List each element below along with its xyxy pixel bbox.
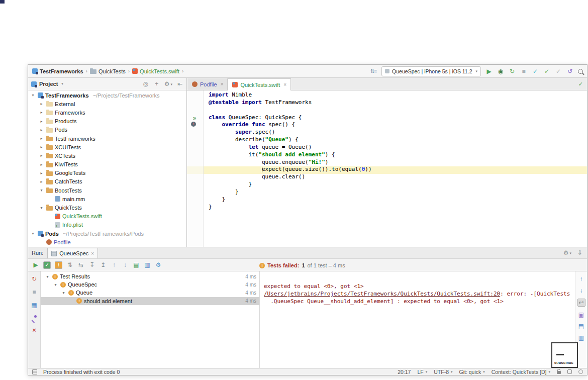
project-tree-item-quicktests[interactable]: ▾QuickTests: [28, 203, 186, 212]
breadcrumb-item-testframeworks[interactable]: TestFrameworks: [32, 68, 83, 74]
test-output-console[interactable]: expected to equal <0>, got <1>/Users/jet…: [259, 271, 575, 369]
project-tree-item-products[interactable]: ▸Products: [28, 117, 186, 126]
chevron-down-icon[interactable]: ▾: [61, 82, 63, 86]
indexing-widget-icon[interactable]: [567, 369, 572, 374]
structure-sort-icon[interactable]: ⇅≡: [370, 68, 377, 75]
tree-arrow-icon[interactable]: ▸: [39, 171, 44, 175]
project-tree-item-kiwitests[interactable]: ▸KiwiTests: [28, 160, 186, 169]
commit-button[interactable]: ✓: [543, 68, 550, 75]
show-passed-toggle[interactable]: ✓: [43, 261, 51, 269]
editor-tab-podfile[interactable]: Podfile×: [188, 78, 228, 90]
tree-arrow-icon[interactable]: ▾: [45, 274, 50, 279]
test-tree-item-test-results[interactable]: ▾!Test Results4 ms: [41, 272, 259, 280]
test-tree-item-should-add-element[interactable]: !should add element4 ms: [41, 297, 259, 305]
tree-arrow-icon[interactable]: ▸: [39, 153, 44, 158]
tree-arrow-icon[interactable]: ▸: [39, 119, 44, 124]
tree-arrow-icon[interactable]: ▸: [39, 102, 44, 106]
search-everywhere-button[interactable]: [578, 69, 583, 74]
rollback-button[interactable]: ↺: [566, 68, 573, 75]
file-link[interactable]: /Users/jetbrains/Projects/TestFrameworks…: [264, 291, 500, 297]
hide-panel-icon[interactable]: ⇤: [176, 80, 183, 87]
collapse-all-icon[interactable]: +: [153, 80, 160, 87]
subscribe-overlay[interactable]: SUBSCRIBE: [551, 342, 578, 368]
breadcrumb-item-quicktests[interactable]: QuickTests: [90, 68, 126, 74]
sort-alphabetically-icon[interactable]: ⇅: [66, 261, 73, 268]
project-tree-item-pods[interactable]: ▸Pods: [28, 126, 186, 134]
test-tree-item-queuespec[interactable]: ▾!QueueSpec4 ms: [41, 280, 259, 289]
close-tab-icon[interactable]: ×: [91, 251, 94, 256]
status-widget-lf[interactable]: LF▾: [417, 369, 427, 375]
project-tree-item-podfile[interactable]: Podfile: [28, 238, 186, 246]
clear-all-icon[interactable]: ▥: [578, 334, 585, 341]
collapse-all-icon[interactable]: ↥: [100, 261, 107, 268]
restore-layout-icon[interactable]: ▦: [31, 302, 38, 309]
test-history-icon[interactable]: ▥: [144, 261, 151, 268]
editor-tab-quicktests-swift[interactable]: QuickTests.swift×: [228, 78, 291, 90]
tree-arrow-icon[interactable]: ▾: [39, 188, 44, 193]
next-failed-test-icon[interactable]: ↓: [122, 261, 129, 268]
diff-button[interactable]: ✓: [555, 68, 562, 75]
test-options-icon[interactable]: ⚙: [155, 261, 162, 268]
tree-arrow-icon[interactable]: ▾: [30, 231, 36, 236]
update-project-button[interactable]: ✓: [532, 68, 539, 75]
project-tree-item-testframeworks[interactable]: ▾TestFrameworks~/Projects/TestFrameworks: [28, 91, 186, 100]
locate-icon[interactable]: ◎: [142, 80, 149, 87]
tree-arrow-icon[interactable]: ▸: [39, 110, 44, 115]
status-widget-20-17[interactable]: 20:17: [398, 369, 411, 375]
run-test-class-icon[interactable]: »: [191, 115, 198, 122]
tree-arrow-icon[interactable]: ▸: [39, 128, 44, 132]
status-widget-context-quicktests-d[interactable]: Context: QuickTests [D]▾: [492, 369, 550, 375]
stop-icon[interactable]: ■: [31, 289, 38, 296]
failed-test-marker-icon[interactable]: !: [191, 122, 196, 127]
settings-icon[interactable]: ⚙▾: [563, 249, 571, 256]
show-failed-toggle[interactable]: !: [55, 261, 62, 269]
tree-arrow-icon[interactable]: ▸: [39, 179, 44, 184]
tree-arrow-icon[interactable]: ▾: [39, 206, 44, 210]
tree-arrow-icon[interactable]: ▸: [39, 162, 44, 167]
up-stack-trace-icon[interactable]: ↑: [578, 275, 585, 282]
project-tree-item-info-plist[interactable]: Info.plist: [28, 221, 186, 229]
rerun-button[interactable]: ▶: [32, 261, 39, 268]
previous-failed-test-icon[interactable]: ↑: [111, 261, 118, 268]
tree-arrow-icon[interactable]: ▸: [39, 145, 44, 149]
lock-icon[interactable]: [557, 371, 561, 374]
settings-icon[interactable]: ⚙▾: [164, 80, 172, 87]
status-widget-git-quick[interactable]: Git: quick▾: [459, 369, 485, 375]
project-tree-item-testframeworks[interactable]: ▸TestFrameworks: [28, 134, 186, 143]
expand-all-icon[interactable]: ↧: [88, 261, 95, 268]
project-tree-item-main-mm[interactable]: main.mm: [28, 195, 186, 203]
status-widget-utf-8[interactable]: UTF-8▾: [434, 369, 452, 375]
run-tab-queuespec[interactable]: QueueSpec ×: [47, 248, 98, 258]
run-button[interactable]: ▶: [485, 68, 493, 75]
breadcrumb-item-quicktests-swift[interactable]: QuickTests.swift: [132, 68, 179, 74]
inspection-status-icon[interactable]: ✓: [578, 81, 583, 87]
project-tree-item-catchtests[interactable]: ▸CatchTests: [28, 177, 186, 186]
close-icon[interactable]: ×: [31, 326, 38, 333]
scroll-to-end-icon[interactable]: ▣: [578, 311, 585, 318]
coverage-button[interactable]: ↻: [509, 68, 516, 75]
debug-button[interactable]: ◉: [497, 68, 504, 75]
stop-button[interactable]: ■: [520, 68, 527, 75]
down-stack-trace-icon[interactable]: ↓: [578, 287, 585, 294]
project-tree-item-boosttests[interactable]: ▾BoostTests: [28, 186, 186, 195]
tree-arrow-icon[interactable]: ▾: [61, 291, 66, 295]
tree-arrow-icon[interactable]: ▾: [53, 282, 58, 287]
import-test-results-icon[interactable]: ▤: [133, 261, 140, 268]
tree-arrow-icon[interactable]: ▸: [39, 136, 44, 141]
project-tree-item-frameworks[interactable]: ▸Frameworks: [28, 108, 186, 117]
pin-tab-icon[interactable]: [32, 315, 37, 320]
close-tab-icon[interactable]: ×: [221, 81, 224, 87]
project-tree-item-external[interactable]: ▸External: [28, 100, 186, 108]
project-tree-item-xctests[interactable]: ▸XCTests: [28, 151, 186, 160]
soft-wrap-icon[interactable]: ↩: [577, 299, 585, 307]
close-tab-icon[interactable]: ×: [283, 82, 286, 87]
project-tree-item-pods[interactable]: ▾Pods~/Projects/TestFrameworks/Pods: [28, 229, 186, 238]
project-tree-item-quicktests-swift[interactable]: QuickTests.swift: [28, 212, 186, 221]
toolwindow-switcher-icon[interactable]: [32, 369, 37, 374]
rerun-icon[interactable]: ↻: [31, 275, 38, 282]
hide-panel-icon[interactable]: ⇩: [576, 249, 583, 256]
tree-arrow-icon[interactable]: ▾: [30, 93, 36, 98]
notifications-icon[interactable]: [578, 369, 583, 374]
test-tree-item-queue[interactable]: ▾!Queue4 ms: [41, 289, 259, 297]
project-tree-item-googletests[interactable]: ▸GoogleTests: [28, 169, 186, 177]
